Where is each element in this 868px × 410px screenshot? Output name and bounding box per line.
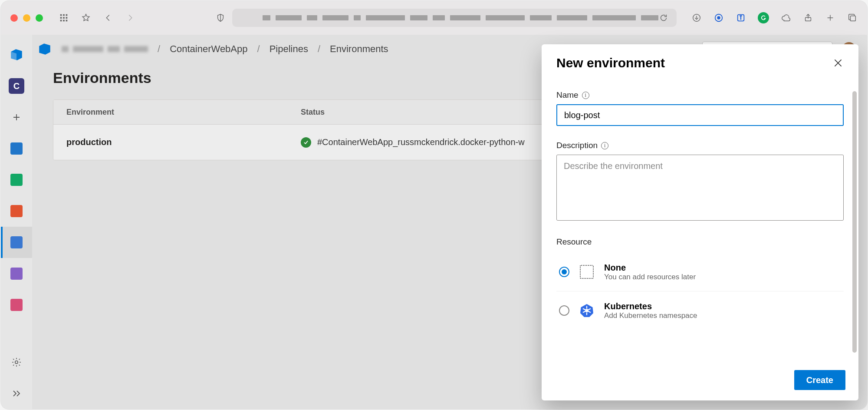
breadcrumb-page[interactable]: Environments xyxy=(330,43,388,55)
extension-2-icon[interactable] xyxy=(736,13,746,23)
share-icon[interactable] xyxy=(803,13,813,23)
resource-option-kubernetes[interactable]: Kubernetes Add Kubernetes namespace xyxy=(556,291,844,330)
devops-logo[interactable] xyxy=(1,39,32,70)
url-redacted xyxy=(263,15,658,20)
new-environment-panel: New environment Name i Description i Res… xyxy=(542,44,858,400)
devops-logo-small[interactable] xyxy=(37,42,52,56)
minimize-window-icon[interactable] xyxy=(23,14,30,22)
resource-subtitle: Add Kubernetes namespace xyxy=(604,311,697,320)
svg-rect-3 xyxy=(60,17,62,19)
sidebar-item-repos[interactable] xyxy=(1,195,32,227)
resource-title: Kubernetes xyxy=(604,301,697,311)
name-label-text: Name xyxy=(556,90,579,100)
breadcrumb-section[interactable]: Pipelines xyxy=(270,43,308,55)
sidebar-settings[interactable] xyxy=(1,347,32,378)
close-window-icon[interactable] xyxy=(10,14,18,22)
star-icon[interactable] xyxy=(81,13,91,23)
kubernetes-icon xyxy=(579,303,595,318)
svg-rect-5 xyxy=(66,17,68,19)
svg-rect-6 xyxy=(60,20,62,22)
radio-checked-icon xyxy=(559,267,569,277)
panel-title: New environment xyxy=(556,56,665,70)
resource-option-none[interactable]: None You can add resources later xyxy=(556,253,844,291)
svg-rect-14 xyxy=(850,16,855,21)
env-name: production xyxy=(66,137,301,147)
svg-rect-4 xyxy=(63,17,65,19)
forward-icon[interactable] xyxy=(125,13,135,23)
grammarly-icon[interactable] xyxy=(758,12,769,23)
sidebar-collapse[interactable] xyxy=(1,378,32,409)
new-tab-icon[interactable] xyxy=(825,13,835,23)
info-icon[interactable]: i xyxy=(582,92,589,99)
reload-icon[interactable] xyxy=(658,13,669,23)
description-input[interactable] xyxy=(556,155,844,221)
downloads-icon[interactable] xyxy=(691,13,702,23)
name-label: Name i xyxy=(556,90,844,100)
info-icon[interactable]: i xyxy=(601,142,608,149)
cloud-icon[interactable] xyxy=(781,13,791,23)
create-button[interactable]: Create xyxy=(794,370,845,390)
back-icon[interactable] xyxy=(103,13,113,23)
tabs-icon[interactable] xyxy=(847,13,858,23)
svg-point-15 xyxy=(15,361,18,364)
breadcrumb-project[interactable]: ContainerWebApp xyxy=(170,43,247,55)
extension-1-icon[interactable] xyxy=(713,13,724,23)
resource-title: None xyxy=(604,262,696,273)
breadcrumb-sep: / xyxy=(158,43,160,55)
address-bar[interactable] xyxy=(232,9,677,27)
description-label-text: Description xyxy=(556,141,598,150)
success-check-icon xyxy=(301,137,311,148)
org-name-redacted[interactable] xyxy=(62,46,148,52)
radio-unchecked-icon xyxy=(559,305,569,316)
project-initial: C xyxy=(9,78,24,94)
sidebar-project-badge[interactable]: C xyxy=(1,70,32,102)
devops-sidebar: C xyxy=(1,35,32,409)
resource-subtitle: You can add resources later xyxy=(604,273,696,281)
resource-label: Resource xyxy=(556,237,844,247)
sidebar-item-testplans[interactable] xyxy=(1,258,32,289)
none-resource-icon xyxy=(579,264,595,280)
env-status-text: #ContainerWebApp_russmckendrick.docker-p… xyxy=(317,137,525,147)
description-label: Description i xyxy=(556,141,844,150)
svg-rect-2 xyxy=(66,14,68,16)
svg-rect-7 xyxy=(63,20,65,22)
sidebar-item-artifacts[interactable] xyxy=(1,289,32,321)
fullscreen-window-icon[interactable] xyxy=(36,14,43,22)
sidebar-item-pipelines[interactable] xyxy=(1,227,32,258)
svg-rect-0 xyxy=(60,14,62,16)
browser-toolbar xyxy=(1,1,867,35)
svg-rect-8 xyxy=(66,20,68,22)
browser-window: C xyxy=(1,1,867,409)
col-header-name: Environment xyxy=(66,108,301,117)
shield-icon[interactable] xyxy=(216,13,225,23)
svg-rect-1 xyxy=(63,14,65,16)
svg-point-11 xyxy=(717,16,720,19)
window-controls xyxy=(10,14,49,22)
panel-scrollbar[interactable] xyxy=(852,91,857,353)
breadcrumb-sep: / xyxy=(318,43,320,55)
breadcrumb-sep: / xyxy=(257,43,260,55)
apps-grid-icon[interactable] xyxy=(59,13,69,23)
sidebar-item-boards[interactable] xyxy=(1,164,32,195)
close-panel-button[interactable] xyxy=(832,57,844,69)
sidebar-item-overview[interactable] xyxy=(1,133,32,164)
svg-point-17 xyxy=(585,309,589,312)
name-input[interactable] xyxy=(556,104,844,126)
sidebar-add[interactable] xyxy=(1,102,32,133)
